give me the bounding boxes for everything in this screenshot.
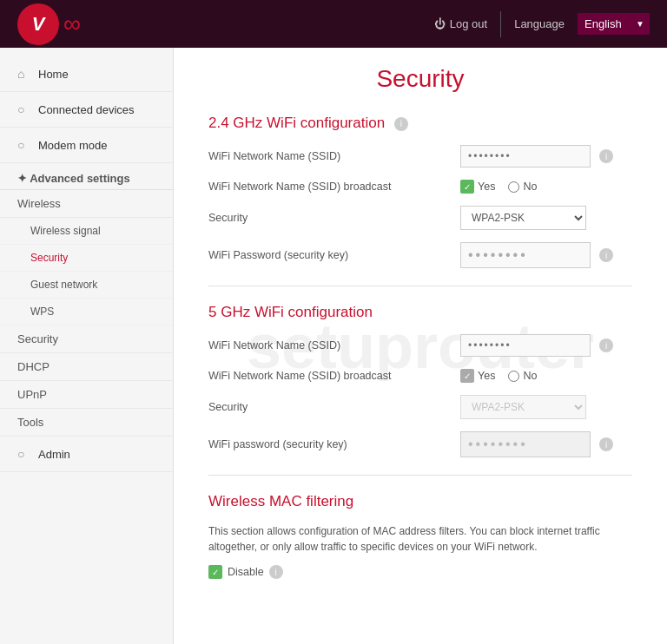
section-5ghz-title: 5 GHz WiFi configuration <box>208 304 632 321</box>
security-24ghz-select[interactable]: WPA2-PSK WPA-PSK WEP None <box>460 206 586 230</box>
sidebar-item-wps[interactable]: WPS <box>0 299 173 325</box>
sidebar-connected-devices-label: Connected devices <box>38 103 135 116</box>
mac-disable-label: Disable <box>228 566 264 578</box>
ssid-24ghz-label: WiFi Network Name (SSID) <box>208 150 452 162</box>
password-24ghz-info-icon[interactable]: i <box>599 248 613 262</box>
sidebar-item-home[interactable]: ⌂ Home <box>0 56 173 92</box>
sidebar-item-modem-mode[interactable]: ○ Modem mode <box>0 128 173 163</box>
ssid-5ghz-label: WiFi Network Name (SSID) <box>208 339 452 352</box>
ssid-24ghz-row: WiFi Network Name (SSID) i <box>208 145 632 168</box>
layout: ⌂ Home ○ Connected devices ○ Modem mode … <box>0 48 667 644</box>
broadcast-24ghz-yes-option[interactable]: ✓ Yes <box>460 180 495 194</box>
power-icon: ⏻ <box>434 17 446 30</box>
sidebar-item-dhcp[interactable]: DHCP <box>0 353 173 381</box>
ssid-5ghz-info-icon[interactable]: i <box>599 338 613 352</box>
section-24ghz: 2.4 GHz WiFi configuration i WiFi Networ… <box>208 115 632 268</box>
section-24ghz-info-icon[interactable]: i <box>394 117 408 131</box>
password-5ghz-info-icon[interactable]: i <box>599 437 613 451</box>
password-24ghz-input[interactable] <box>460 242 591 268</box>
content-wrapper: Security 2.4 GHz WiFi configuration i Wi… <box>208 65 632 579</box>
sidebar-modem-mode-label: Modem mode <box>38 139 107 152</box>
page-title: Security <box>208 65 632 93</box>
admin-icon: ○ <box>17 447 31 461</box>
password-5ghz-row: WiFi password (security key) i <box>208 431 632 457</box>
language-wrapper: English Français Deutsch ▼ <box>578 13 650 35</box>
sidebar-security-section-label: Security <box>17 332 58 345</box>
advanced-settings-icon: ✦ <box>17 172 27 185</box>
sidebar-item-security-section[interactable]: Security <box>0 325 173 353</box>
mac-filtering-section: Wireless MAC filtering This section allo… <box>208 493 632 579</box>
sidebar-item-admin[interactable]: ○ Admin <box>0 437 173 472</box>
mac-disable-row: ✓ Disable i <box>208 565 632 579</box>
broadcast-24ghz-radio-group: ✓ Yes No <box>460 180 537 194</box>
broadcast-5ghz-no-label: No <box>523 370 537 382</box>
broadcast-5ghz-no-option[interactable]: No <box>508 370 537 382</box>
security-5ghz-select[interactable]: WPA2-PSK WPA-PSK WEP None <box>460 395 586 419</box>
sidebar-item-guest-network[interactable]: Guest network <box>0 272 173 299</box>
broadcast-5ghz-no-radio[interactable] <box>508 371 519 382</box>
section-24ghz-title: 2.4 GHz WiFi configuration i <box>208 115 632 132</box>
sidebar-admin-label: Admin <box>38 448 70 461</box>
sidebar-item-tools[interactable]: Tools <box>0 409 173 437</box>
header-divider <box>500 11 501 37</box>
sidebar: ⌂ Home ○ Connected devices ○ Modem mode … <box>0 48 174 644</box>
security-5ghz-row: Security WPA2-PSK WPA-PSK WEP None <box>208 395 632 419</box>
header-right: ⏻ Log out Language English Français Deut… <box>434 11 650 37</box>
sidebar-upnp-label: UPnP <box>17 388 47 401</box>
section-divider-2 <box>208 475 632 476</box>
ssid-5ghz-row: WiFi Network Name (SSID) i <box>208 334 632 357</box>
main-content: setuprouter Security 2.4 GHz WiFi config… <box>174 48 667 644</box>
broadcast-24ghz-row: WiFi Network Name (SSID) broadcast ✓ Yes… <box>208 180 632 194</box>
sidebar-item-connected-devices[interactable]: ○ Connected devices <box>0 92 173 128</box>
sidebar-item-wireless[interactable]: Wireless <box>0 190 173 218</box>
logout-button[interactable]: ⏻ Log out <box>434 17 487 30</box>
sidebar-home-label: Home <box>38 68 69 81</box>
section-divider-1 <box>208 286 632 286</box>
password-5ghz-input[interactable] <box>460 431 591 457</box>
logo: V ∞ <box>17 3 81 45</box>
sidebar-item-wireless-signal[interactable]: Wireless signal <box>0 218 173 245</box>
security-5ghz-label: Security <box>208 401 452 413</box>
section-5ghz: 5 GHz WiFi configuration WiFi Network Na… <box>208 304 632 457</box>
header: V ∞ ⏻ Log out Language English Français … <box>0 0 667 48</box>
sidebar-tools-label: Tools <box>17 416 43 429</box>
logo-circle: V <box>17 3 59 45</box>
sidebar-advanced-settings-header: ✦ Advanced settings <box>0 163 173 190</box>
password-24ghz-row: WiFi Password (security key) i <box>208 242 632 268</box>
sidebar-wireless-label: Wireless <box>17 197 61 210</box>
logout-label: Log out <box>450 17 487 30</box>
broadcast-5ghz-radio-group: ✓ Yes No <box>460 369 537 383</box>
mac-disable-check-icon: ✓ <box>208 565 222 579</box>
broadcast-5ghz-label: WiFi Network Name (SSID) broadcast <box>208 370 452 382</box>
devices-icon: ○ <box>17 102 31 116</box>
ssid-24ghz-input[interactable] <box>460 145 591 168</box>
modem-icon: ○ <box>17 138 31 152</box>
sidebar-dhcp-label: DHCP <box>17 360 50 373</box>
security-24ghz-row: Security WPA2-PSK WPA-PSK WEP None <box>208 206 632 230</box>
broadcast-5ghz-check-icon: ✓ <box>460 369 474 383</box>
sidebar-advanced-settings-label: Advanced settings <box>30 172 130 185</box>
language-select[interactable]: English Français Deutsch <box>578 13 650 35</box>
mac-filtering-title: Wireless MAC filtering <box>208 493 632 510</box>
sidebar-guest-network-label: Guest network <box>30 279 97 291</box>
broadcast-24ghz-no-option[interactable]: No <box>508 181 537 193</box>
broadcast-24ghz-check-icon: ✓ <box>460 180 474 194</box>
broadcast-5ghz-yes-label: Yes <box>478 370 495 382</box>
home-icon: ⌂ <box>17 67 31 81</box>
sidebar-item-upnp[interactable]: UPnP <box>0 381 173 409</box>
mac-filtering-description: This section allows configuration of MAC… <box>208 523 632 555</box>
mac-disable-info-icon[interactable]: i <box>269 565 283 579</box>
logo-infinity: ∞ <box>63 10 81 38</box>
security-24ghz-label: Security <box>208 212 452 224</box>
ssid-24ghz-info-icon[interactable]: i <box>599 149 613 163</box>
ssid-5ghz-input[interactable] <box>460 334 591 357</box>
sidebar-wps-label: WPS <box>30 306 54 318</box>
broadcast-5ghz-row: WiFi Network Name (SSID) broadcast ✓ Yes… <box>208 369 632 383</box>
broadcast-5ghz-yes-option[interactable]: ✓ Yes <box>460 369 495 383</box>
broadcast-24ghz-label: WiFi Network Name (SSID) broadcast <box>208 181 452 193</box>
password-24ghz-label: WiFi Password (security key) <box>208 249 452 261</box>
sidebar-item-security[interactable]: Security <box>0 245 173 272</box>
password-5ghz-label: WiFi password (security key) <box>208 438 452 450</box>
broadcast-24ghz-no-radio[interactable] <box>508 181 519 193</box>
broadcast-24ghz-yes-label: Yes <box>478 181 495 193</box>
